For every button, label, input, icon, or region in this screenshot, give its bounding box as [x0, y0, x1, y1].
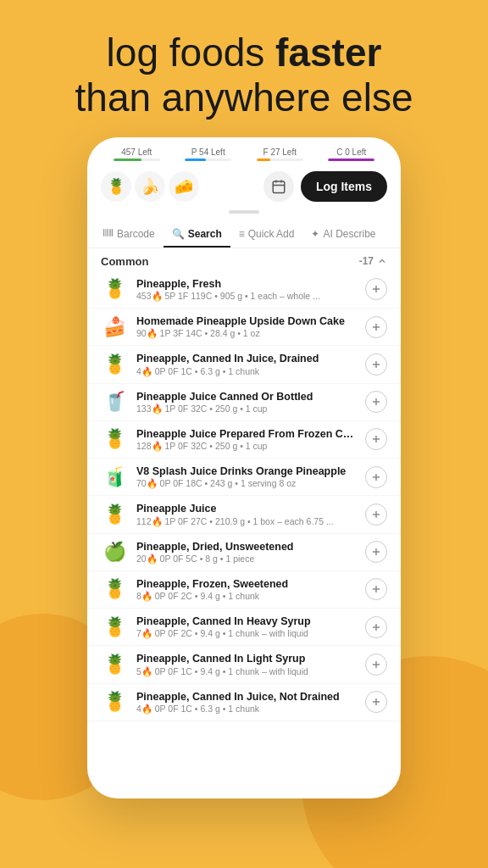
carbs-track: [328, 159, 374, 161]
svg-rect-8: [110, 229, 111, 236]
add-food-button[interactable]: [365, 616, 387, 638]
add-food-button[interactable]: [365, 353, 387, 376]
food-meta: 70🔥 0P 0F 18C • 243 g • 1 serving 8 oz: [136, 478, 357, 489]
food-list-item: 🍰 Homemade Pineapple Upside Down Cake 90…: [87, 309, 401, 346]
section-count: -17: [359, 255, 387, 267]
plus-icon: [370, 396, 382, 408]
log-items-button[interactable]: Log Items: [301, 171, 387, 202]
add-food-button[interactable]: [365, 654, 387, 676]
food-name: Pineapple, Frozen, Sweetened: [136, 577, 357, 591]
tab-quick-add[interactable]: ≡ Quick Add: [230, 221, 303, 247]
protein-label: P 54 Left: [191, 147, 225, 157]
food-info: Pineapple, Canned In Juice, Drained 4🔥 0…: [136, 352, 357, 376]
carbs-indicator: C 0 Left: [328, 147, 374, 161]
food-name: Pineapple, Dried, Unsweetened: [136, 540, 357, 554]
add-food-button[interactable]: [365, 504, 387, 526]
food-emoji: 🧃: [101, 466, 128, 488]
plus-icon: [370, 659, 382, 670]
add-food-button[interactable]: [365, 578, 387, 600]
food-emoji: 🥤: [101, 391, 128, 413]
food-emoji: 🍰: [101, 316, 128, 338]
add-food-button[interactable]: [365, 316, 387, 338]
food-name: Pineapple Juice: [136, 502, 357, 515]
calories-fill: [114, 159, 141, 161]
search-tab-label: Search: [188, 228, 222, 240]
food-emoji: 🍍: [101, 278, 128, 300]
food-info: Pineapple, Fresh 453🔥 5P 1F 119C • 905 g…: [136, 277, 357, 302]
food-list-item: 🍏 Pineapple, Dried, Unsweetened 20🔥 0P 0…: [87, 534, 401, 571]
food-list-item: 🍍 Pineapple, Canned In Juice, Not Draine…: [87, 684, 401, 721]
section-header: Common -17: [87, 248, 401, 271]
add-food-button[interactable]: [365, 691, 387, 713]
food-icon-banana[interactable]: 🍌: [135, 171, 165, 202]
tab-ai-describe[interactable]: ✦ AI Describe: [302, 221, 384, 247]
food-info: Pineapple Juice Prepared From Frozen Con…: [136, 427, 357, 452]
food-icon-pineapple[interactable]: 🍍: [101, 171, 131, 202]
food-emoji: 🍍: [101, 353, 128, 376]
svg-rect-4: [103, 229, 104, 236]
add-food-button[interactable]: [365, 541, 387, 563]
food-list-item: 🧃 V8 Splash Juice Drinks Orange Pineappl…: [87, 459, 401, 496]
food-name: Pineapple, Canned In Heavy Syrup: [136, 615, 357, 628]
food-meta: 4🔥 0P 0F 1C • 6.3 g • 1 chunk: [136, 366, 357, 377]
food-list-item: 🍍 Pineapple, Fresh 453🔥 5P 1F 119C • 905…: [87, 271, 401, 309]
phone-mockup: 457 Left P 54 Left F 27 Left C 0 Left: [87, 137, 401, 798]
food-list-item: 🍍 Pineapple Juice 112🔥 1P 0F 27C • 210.9…: [87, 496, 401, 533]
food-list-item: 🥤 Pineapple Juice Canned Or Bottled 133🔥…: [87, 384, 401, 421]
food-meta: 90🔥 1P 3F 14C • 28.4 g • 1 oz: [136, 328, 357, 339]
chevron-up-icon: [377, 256, 387, 266]
food-meta: 453🔥 5P 1F 119C • 905 g • 1 each – whole…: [136, 291, 357, 302]
calendar-button[interactable]: [263, 171, 294, 202]
food-name: V8 Splash Juice Drinks Orange Pineapple: [136, 465, 357, 478]
fat-indicator: F 27 Left: [257, 147, 303, 161]
food-emoji: 🍏: [101, 541, 128, 563]
quick-add-icon: ≡: [239, 228, 245, 240]
plus-icon: [370, 433, 382, 445]
food-name: Pineapple Juice Prepared From Frozen Con…: [136, 427, 357, 441]
nutrition-bar: 457 Left P 54 Left F 27 Left C 0 Left: [87, 137, 401, 166]
calories-indicator: 457 Left: [114, 147, 160, 161]
barcode-icon: [103, 227, 114, 241]
food-info: Homemade Pineapple Upside Down Cake 90🔥 …: [136, 314, 357, 339]
food-meta: 20🔥 0P 0F 5C • 8 g • 1 piece: [136, 554, 357, 565]
ai-tab-label: AI Describe: [323, 228, 375, 240]
add-food-button[interactable]: [365, 278, 387, 300]
protein-track: [185, 159, 231, 161]
food-list: 🍍 Pineapple, Fresh 453🔥 5P 1F 119C • 905…: [87, 271, 401, 788]
food-info: V8 Splash Juice Drinks Orange Pineapple …: [136, 465, 357, 489]
barcode-tab-label: Barcode: [117, 228, 155, 240]
plus-icon: [370, 696, 382, 708]
food-icon-cheese[interactable]: 🧀: [169, 171, 199, 202]
svg-rect-5: [105, 229, 106, 236]
tab-search[interactable]: 🔍 Search: [164, 221, 230, 247]
food-list-item: 🍍 Pineapple, Canned In Juice, Drained 4🔥…: [87, 346, 401, 383]
svg-rect-6: [107, 229, 108, 236]
section-label: Common: [101, 255, 148, 268]
carbs-fill: [328, 159, 374, 161]
svg-rect-9: [112, 229, 113, 236]
plus-icon: [370, 359, 382, 370]
food-info: Pineapple Juice Canned Or Bottled 133🔥 1…: [136, 390, 357, 415]
add-food-button[interactable]: [365, 428, 387, 450]
carbs-label: C 0 Left: [336, 147, 366, 157]
search-tabs: Barcode 🔍 Search ≡ Quick Add ✦ AI Descri…: [87, 220, 401, 248]
food-name: Homemade Pineapple Upside Down Cake: [136, 314, 357, 328]
food-name: Pineapple, Canned In Juice, Not Drained: [136, 690, 357, 704]
tab-barcode[interactable]: Barcode: [94, 220, 164, 248]
food-info: Pineapple, Canned In Juice, Not Drained …: [136, 690, 357, 715]
food-info: Pineapple Juice 112🔥 1P 0F 27C • 210.9 g…: [136, 502, 357, 526]
plus-icon: [370, 583, 382, 595]
food-name: Pineapple Juice Canned Or Bottled: [136, 390, 357, 403]
food-emoji: 🍍: [101, 578, 128, 600]
food-info: Pineapple, Frozen, Sweetened 8🔥 0P 0F 2C…: [136, 577, 357, 602]
food-name: Pineapple, Canned In Juice, Drained: [136, 352, 357, 365]
food-meta: 133🔥 1P 0F 32C • 250 g • 1 cup: [136, 403, 357, 415]
ai-icon: ✦: [311, 228, 319, 240]
add-food-button[interactable]: [365, 466, 387, 488]
plus-icon: [370, 509, 382, 520]
food-list-item: 🍍 Pineapple Juice Prepared From Frozen C…: [87, 421, 401, 459]
add-food-button[interactable]: [365, 391, 387, 413]
plus-icon: [370, 321, 382, 333]
food-list-item: 🍍 Pineapple, Canned In Heavy Syrup 7🔥 0P…: [87, 609, 401, 646]
plus-icon: [370, 471, 382, 483]
